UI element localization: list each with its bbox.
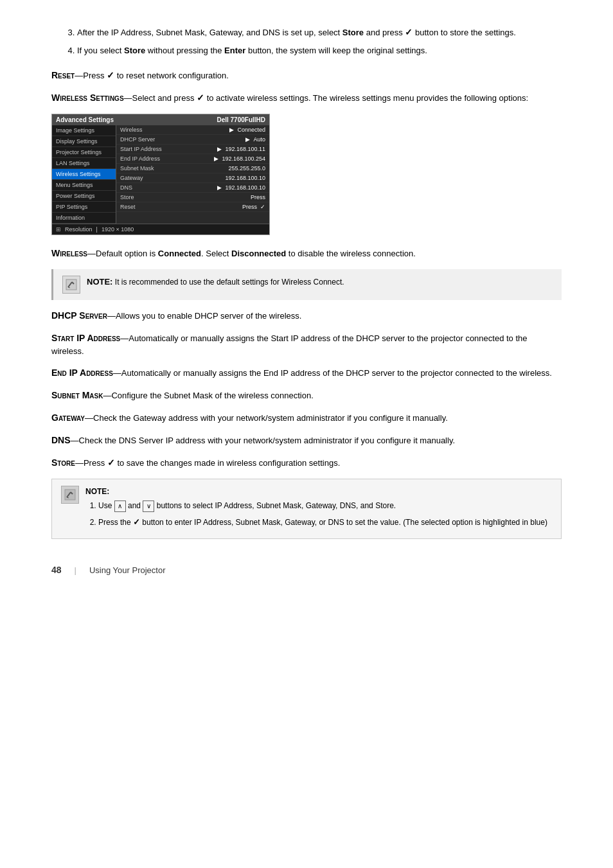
note-box-2: NOTE: Use ∧ and ∨ buttons to select IP A… <box>51 479 562 539</box>
note-2-item-1-text1: Use <box>98 501 114 510</box>
osd-val-store: Press <box>251 194 265 200</box>
dhcp-label: DHCP Server <box>51 310 107 321</box>
note-2-item-1: Use ∧ and ∨ buttons to select IP Address… <box>98 500 547 512</box>
page-footer: 48 | Using Your Projector <box>51 565 562 575</box>
reset-section: Reset—Press ✓ to reset network configura… <box>51 69 562 82</box>
start-ip-emdash: — <box>120 333 129 343</box>
resolution-icon: ⊞ <box>56 226 61 233</box>
small-check-icon: ✓ <box>133 517 140 527</box>
footer-text: Using Your Projector <box>89 565 166 575</box>
reset-label: Reset <box>51 70 75 80</box>
list-item-3-text2: and press <box>364 28 405 37</box>
osd-menu-table: Advanced Settings Dell 7700FullHD Image … <box>51 114 270 235</box>
dns-section: DNS—Check the DNS Server IP address with… <box>51 434 562 447</box>
note-box-1: NOTE: It is recommended to use the defau… <box>51 269 562 300</box>
list-item-4-text3: button, the system will keep the origina… <box>245 46 427 55</box>
store-section: Store—Press ✓ to save the changes made i… <box>51 456 562 470</box>
dns-label: DNS <box>51 435 71 445</box>
wireless-sub-label: Wireless <box>51 248 87 258</box>
osd-key-store: Store <box>120 194 134 200</box>
list-item-4-store: Store <box>124 46 145 55</box>
osd-val-subnet: 255.255.255.0 <box>228 165 265 172</box>
dns-text: Check the DNS Server IP address with you… <box>79 436 455 445</box>
note-2-and: and <box>126 501 143 510</box>
osd-sidebar-wireless-settings: Wireless Settings <box>52 169 116 180</box>
list-item-3: After the IP Address, Subnet Mask, Gatew… <box>77 26 562 39</box>
gateway-label: Gateway <box>51 412 85 423</box>
osd-key-subnet: Subnet Mask <box>120 165 154 172</box>
osd-key-end-ip: End IP Address <box>120 155 160 162</box>
osd-row-subnet: Subnet Mask 255.255.255.0 <box>116 164 269 173</box>
osd-sidebar-information: Information <box>52 213 116 224</box>
subnet-text: Configure the Subnet Mask of the wireles… <box>111 391 313 400</box>
end-ip-emdash: — <box>113 368 121 378</box>
list-item-4: If you select Store without pressing the… <box>77 44 562 57</box>
osd-row-start-ip: Start IP Address ▶ 192.168.100.11 <box>116 145 269 154</box>
osd-row-store: Store Press <box>116 193 269 202</box>
osd-sidebar-menu-settings: Menu Settings <box>52 180 116 191</box>
wireless-text2: to activate wireless settings. The wirel… <box>204 93 528 103</box>
osd-key-reset: Reset <box>120 204 136 210</box>
list-item-4-text2: without pressing the <box>145 46 224 55</box>
note-pencil-icon-2 <box>64 489 76 500</box>
wireless-settings-intro: Wireless Settings—Select and press ✓ to … <box>51 91 562 105</box>
note-pencil-icon-1 <box>66 279 77 290</box>
gateway-text: Check the Gateway address with your netw… <box>93 413 448 423</box>
list-item-3-store: Store <box>342 28 364 37</box>
osd-footer-res: 1920 × 1080 <box>102 226 134 233</box>
osd-val-dns: ▶ 192.168.100.10 <box>217 184 265 191</box>
dns-emdash: — <box>71 436 79 445</box>
osd-key-gateway: Gateway <box>120 175 143 181</box>
osd-key-start-ip: Start IP Address <box>120 146 162 152</box>
list-item-4-enter: Enter <box>224 46 245 55</box>
list-item-3-text1: After the IP Address, Subnet Mask, Gatew… <box>77 28 342 37</box>
reset-text: Press <box>83 71 107 80</box>
note-2-prefix: NOTE: <box>85 487 109 496</box>
down-arrow-button: ∨ <box>143 500 154 512</box>
list-item-4-text1: If you select <box>77 46 124 55</box>
osd-main-panel: Wireless ▶ Connected DHCP Server ▶ Auto … <box>116 125 269 224</box>
osd-header-title-right: Dell 7700FullHD <box>217 116 265 123</box>
subnet-label: Subnet Mask <box>51 390 103 400</box>
start-ip-section: Start IP Address—Automatically or manual… <box>51 332 562 358</box>
wireless-sub-text2: . Select <box>201 249 231 258</box>
note-box-2-content: NOTE: Use ∧ and ∨ buttons to select IP A… <box>85 486 547 532</box>
osd-val-gateway: 192.168.100.10 <box>225 175 265 181</box>
note-1-prefix: NOTE: <box>87 277 112 287</box>
note-icon-1 <box>62 276 80 294</box>
note-2-list: Use ∧ and ∨ buttons to select IP Address… <box>98 500 547 528</box>
osd-row-gateway: Gateway 192.168.100.10 <box>116 173 269 183</box>
footer-divider: | <box>75 565 76 575</box>
osd-row-dns: DNS ▶ 192.168.100.10 <box>116 183 269 193</box>
dhcp-emdash: — <box>107 311 116 321</box>
osd-sidebar-power-settings: Power Settings <box>52 191 116 202</box>
end-ip-label: End IP Address <box>51 368 113 378</box>
osd-header: Advanced Settings Dell 7700FullHD <box>52 114 269 125</box>
osd-arrow-dhcp: ▶ <box>245 136 250 143</box>
store-emdash: — <box>75 458 84 468</box>
osd-footer-label: Resolution <box>65 226 93 233</box>
wireless-sub-emdash: — <box>87 249 96 258</box>
note-2-header: NOTE: <box>85 486 547 497</box>
osd-sidebar: Image Settings Display Settings Projecto… <box>52 125 116 224</box>
wireless-subsection: Wireless—Default option is Connected. Se… <box>51 247 562 260</box>
osd-body: Image Settings Display Settings Projecto… <box>52 125 269 224</box>
osd-arrow-end-ip: ▶ <box>214 155 218 162</box>
osd-key-dns: DNS <box>120 184 132 191</box>
osd-arrow-dns: ▶ <box>217 184 222 191</box>
note-2-item-2-text1: Press the <box>98 518 133 527</box>
svg-rect-4 <box>65 490 75 500</box>
page-content: After the IP Address, Subnet Mask, Gatew… <box>51 26 562 575</box>
osd-val-dhcp: ▶ Auto <box>245 136 265 143</box>
intro-numbered-list: After the IP Address, Subnet Mask, Gatew… <box>77 26 562 57</box>
list-item-3-text3: button to store the settings. <box>413 28 515 37</box>
osd-val-wireless: ▶ Connected <box>229 127 265 133</box>
reset-emdash: — <box>75 71 83 80</box>
note-2-item-2-text2: button to enter IP Address, Subnet Mask,… <box>140 518 547 527</box>
subnet-emdash: — <box>103 391 111 400</box>
gateway-emdash: — <box>85 413 93 423</box>
osd-footer: ⊞ Resolution | 1920 × 1080 <box>52 224 269 235</box>
osd-row-reset: Reset Press ✓ <box>116 202 269 212</box>
osd-sidebar-lan-settings: LAN Settings <box>52 158 116 169</box>
wireless-sub-text3: to disable the wireless connection. <box>286 249 416 258</box>
